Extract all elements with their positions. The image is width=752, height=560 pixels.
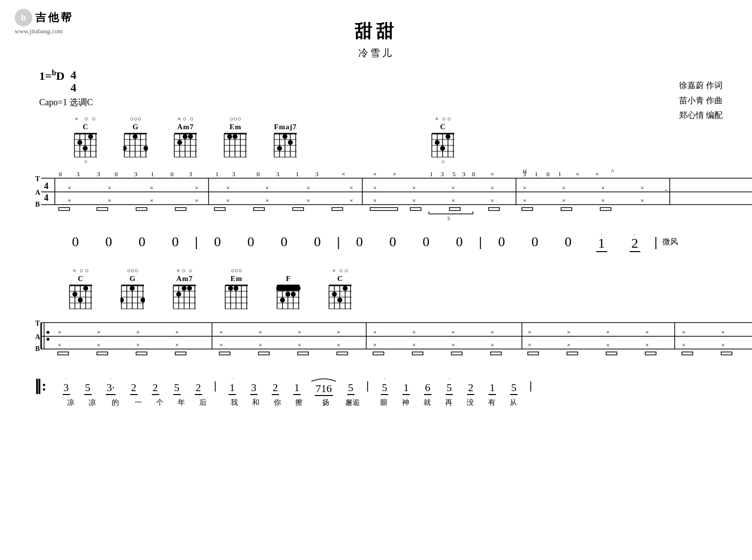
chord-C-1b: × ○ ○ C ○ <box>431 115 455 165</box>
svg-text:0: 0 <box>257 170 260 178</box>
tab-staff-section1: T A B 4 4 0 3 3 0 3 1 0 3 <box>33 167 732 223</box>
svg-text:×: × <box>491 328 494 336</box>
lyric-yang: 扬 <box>309 398 342 407</box>
svg-point-61 <box>282 134 287 139</box>
chord-open-Em: ○○○ <box>230 115 241 123</box>
svg-text:1: 1 <box>296 170 299 178</box>
svg-text:×: × <box>601 184 605 191</box>
lyric-weifeng: 微风 <box>662 237 678 247</box>
svg-text:×: × <box>373 328 376 336</box>
svg-point-250 <box>332 292 337 297</box>
bn-bar-1: | <box>214 379 216 392</box>
svg-rect-314 <box>645 352 656 355</box>
svg-point-10 <box>88 134 93 139</box>
time-top: 4 <box>70 69 76 81</box>
svg-text:×: × <box>491 170 494 178</box>
svg-rect-128 <box>293 208 304 210</box>
svg-text:×: × <box>258 341 262 349</box>
lyric-wo: 我 <box>223 398 245 407</box>
svg-rect-313 <box>606 352 617 355</box>
svg-text:×: × <box>491 184 494 191</box>
svg-text:-: - <box>665 186 667 193</box>
chord-C-2b: × ○ ○ C <box>328 267 352 310</box>
svg-rect-277 <box>136 352 147 355</box>
chord-open-Am7-2: × ○ ○ <box>177 267 193 275</box>
svg-point-75 <box>435 140 440 145</box>
svg-text:4: 4 <box>44 181 48 191</box>
chord-grid-Em-2 <box>224 284 249 310</box>
svg-text:×: × <box>373 197 376 204</box>
bn-5-4: · 5 <box>374 376 396 395</box>
chord-grid-Fmaj7 <box>273 133 298 158</box>
credit-lyricist: 徐嘉蔚 作词 <box>679 78 723 93</box>
note-0-11: 0 <box>409 234 443 250</box>
svg-text:B: B <box>35 345 40 352</box>
chord-name-C1b: C <box>440 123 446 131</box>
chord-grid-C2 <box>69 284 93 310</box>
svg-text:3: 3 <box>232 170 235 178</box>
lyric-liang2: 凉 <box>81 398 103 407</box>
svg-text:×: × <box>562 197 565 204</box>
bn-1-4: 1 <box>482 376 503 395</box>
bn-1-3: 1 <box>396 376 417 395</box>
svg-text:×: × <box>150 184 153 191</box>
chord-name-Am7-2: Am7 <box>176 275 193 283</box>
svg-rect-235 <box>276 286 301 291</box>
svg-text:T: T <box>35 320 40 327</box>
svg-text:×: × <box>373 184 376 191</box>
bn-716: 716 <box>307 375 340 396</box>
svg-point-238 <box>280 298 285 303</box>
svg-text:×: × <box>523 197 526 204</box>
svg-text:×: × <box>412 184 416 191</box>
svg-rect-109 <box>136 208 147 210</box>
chord-open-G1: ○○○ <box>130 115 141 123</box>
svg-text:×: × <box>265 184 269 191</box>
lyric-nian: 年 <box>170 398 192 407</box>
svg-rect-311 <box>528 352 539 355</box>
svg-rect-149 <box>489 208 499 210</box>
svg-text:×: × <box>175 328 179 336</box>
lyric-hou: 后 <box>192 398 213 407</box>
chord-name-F2: F <box>286 275 291 283</box>
chord-grid-G1 <box>123 133 148 158</box>
svg-text:^: ^ <box>611 167 614 175</box>
svg-point-62 <box>288 140 293 145</box>
svg-point-211 <box>187 286 192 291</box>
svg-rect-299 <box>373 352 384 355</box>
chord-name-C2: C <box>78 275 84 283</box>
chord-Em-2: ○○○ Em <box>224 267 249 310</box>
svg-text:3: 3 <box>441 170 444 178</box>
svg-text:×: × <box>576 170 579 178</box>
svg-text:5: 5 <box>452 170 456 178</box>
chord-grid-C2b <box>328 284 352 310</box>
lyric-yi: 一 <box>127 398 149 407</box>
logo-url: www.jitabang.com <box>15 27 63 35</box>
chord-name-C1: C <box>83 123 89 131</box>
chord-open-markers: × ○ ○ <box>75 115 97 123</box>
svg-rect-275 <box>58 352 69 355</box>
note-0-1: 0 <box>59 234 92 250</box>
svg-text:0: 0 <box>115 170 118 178</box>
svg-text:3: 3 <box>315 170 319 178</box>
chord-open-F2 <box>287 267 289 275</box>
lyric-you: 有 <box>481 398 502 407</box>
lyrics-row: 凉 凉 的 一 个 年 后 我 和 你 擦 扬 邂逅 眼 神 就 再 没 有 从 <box>60 398 732 407</box>
svg-text:×: × <box>219 328 223 336</box>
svg-text:×: × <box>175 341 179 349</box>
bn-bar-3: | <box>530 379 532 392</box>
svg-point-38 <box>177 140 182 145</box>
note-0-9: 0 <box>343 234 376 250</box>
svg-text:×: × <box>562 184 565 191</box>
credit-arranger: 郑心情 编配 <box>679 108 723 123</box>
svg-rect-107 <box>59 208 70 210</box>
svg-text:4: 4 <box>44 193 48 203</box>
lyric-liang: 凉 <box>60 398 81 407</box>
svg-point-186 <box>78 298 83 303</box>
note-0-2: 0 <box>92 234 125 250</box>
chord-open-C2b: × ○ ○ <box>332 267 349 275</box>
svg-text:×: × <box>523 184 526 191</box>
svg-text:×: × <box>721 341 725 349</box>
svg-text:×: × <box>97 328 100 336</box>
bn-5-2: 5 <box>166 376 188 395</box>
svg-text:×: × <box>350 197 353 204</box>
